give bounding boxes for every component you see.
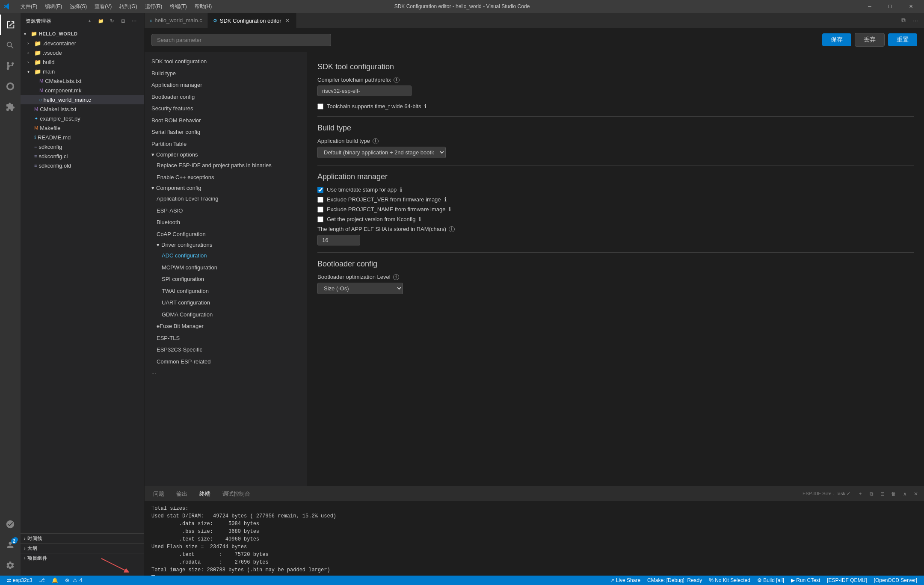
terminal-tab-terminal[interactable]: 终端 xyxy=(194,488,216,499)
status-openocd[interactable]: [OpenOCD Server] xyxy=(871,576,921,585)
sidebar-more-icon[interactable]: ··· xyxy=(130,16,139,26)
menu-edit[interactable]: 编辑(E) xyxy=(41,2,65,11)
menu-terminal[interactable]: 终端(T) xyxy=(166,2,190,11)
tree-item-component-mk[interactable]: › M component.mk xyxy=(21,86,144,95)
config-tree-esp32c3[interactable]: ESP32C3-Specific xyxy=(145,344,307,356)
menu-help[interactable]: 帮助(H) xyxy=(191,2,216,11)
collapse-all-icon[interactable]: ⊟ xyxy=(118,16,128,26)
maximize-button[interactable]: ☐ xyxy=(880,0,900,13)
tree-item-readme[interactable]: › ℹ README.md xyxy=(21,133,144,142)
config-tree-component-config[interactable]: ▾ Component config xyxy=(145,183,307,193)
use-timestamp-checkbox[interactable] xyxy=(317,187,323,193)
config-tree-spi[interactable]: SPI configuration xyxy=(145,273,307,285)
exclude-project-name-checkbox[interactable] xyxy=(317,207,323,213)
use-timestamp-info-icon[interactable]: ℹ xyxy=(400,186,402,193)
status-bell[interactable]: 🔔 xyxy=(48,576,62,585)
toolchain-64bit-info-icon[interactable]: ℹ xyxy=(424,103,426,109)
menu-run[interactable]: 运行(R) xyxy=(142,2,166,11)
activity-extensions-icon[interactable] xyxy=(0,97,21,117)
compiler-toolchain-input[interactable] xyxy=(317,86,412,96)
save-button[interactable]: 保存 xyxy=(822,33,851,46)
config-tree-cpp-exceptions[interactable]: Enable C++ exceptions xyxy=(145,171,307,183)
close-button[interactable]: ✕ xyxy=(901,0,921,13)
toolchain-64bit-checkbox[interactable] xyxy=(317,103,323,109)
activity-explorer-icon[interactable] xyxy=(0,15,21,35)
tree-item-sdkconfig-old[interactable]: › ≡ sdkconfig.old xyxy=(21,161,144,170)
tab-sdk-config[interactable]: ⚙ SDK Configuration editor ✕ xyxy=(208,13,296,28)
tree-item-devcontainer[interactable]: › 📁 .devcontainer xyxy=(21,38,144,48)
config-tree-serial[interactable]: Serial flasher config xyxy=(145,126,307,138)
config-tree-compiler-options[interactable]: ▾ Compiler options xyxy=(145,150,307,160)
menu-view[interactable]: 查看(V) xyxy=(91,2,115,11)
config-tree-efuse[interactable]: eFuse Bit Manager xyxy=(145,320,307,332)
config-tree-adc-config[interactable]: ADC configuration xyxy=(145,250,307,262)
config-tree-esp-tls[interactable]: ESP-TLS xyxy=(145,332,307,344)
reset-button[interactable]: 重置 xyxy=(888,33,917,46)
tree-item-makefile[interactable]: › M Makefile xyxy=(21,123,144,133)
status-qemu[interactable]: [ESP-IDF QEMU] xyxy=(823,576,870,585)
discard-button[interactable]: 丢弃 xyxy=(855,33,885,47)
tree-item-sdkconfig[interactable]: › ≡ sdkconfig xyxy=(21,142,144,151)
status-remote[interactable]: ⇄ esp32c3 xyxy=(3,576,36,585)
app-build-type-select[interactable]: Default (binary application + 2nd stage … xyxy=(317,147,446,158)
exclude-project-name-info-icon[interactable]: ℹ xyxy=(449,206,451,213)
tree-item-sdkconfig-ci[interactable]: › ≡ sdkconfig.ci xyxy=(21,151,144,161)
more-actions-icon[interactable]: ··· xyxy=(910,15,921,26)
config-tree-mcpwm[interactable]: MCPWM configuration xyxy=(145,262,307,274)
config-tree-bluetooth[interactable]: Bluetooth xyxy=(145,216,307,228)
tree-item-main[interactable]: ▾ 📁 main xyxy=(21,67,144,76)
get-version-kconfig-checkbox[interactable] xyxy=(317,216,323,222)
menu-bar[interactable]: 文件(F) 编辑(E) 选择(S) 查看(V) 转到(G) 运行(R) 终端(T… xyxy=(17,2,215,11)
tab-close-sdk-config[interactable]: ✕ xyxy=(284,17,291,24)
menu-file[interactable]: 文件(F) xyxy=(17,2,41,11)
terminal-tab-output[interactable]: 输出 xyxy=(171,488,192,499)
tree-item-cmakelists-main[interactable]: › M CMakeLists.txt xyxy=(21,76,144,86)
activity-accounts-icon[interactable]: 2 xyxy=(0,535,21,555)
status-build[interactable]: ⚙ Build [all] xyxy=(754,576,788,585)
status-git-branch[interactable]: ⎇ xyxy=(36,576,48,585)
timeline-section-header[interactable]: › 时间线 xyxy=(21,534,144,543)
status-cmake[interactable]: CMake: [Debug]: Ready xyxy=(644,576,705,585)
config-tree-gdma[interactable]: GDMA Configuration xyxy=(145,309,307,321)
tree-item-build[interactable]: › 📁 build xyxy=(21,57,144,67)
tree-item-example-test[interactable]: › ✦ example_test.py xyxy=(21,114,144,123)
refresh-icon[interactable]: ↻ xyxy=(107,16,117,26)
elf-sha-info-icon[interactable]: ℹ xyxy=(449,226,455,232)
tree-item-cmakelists-root[interactable]: › M CMakeLists.txt xyxy=(21,104,144,114)
status-no-kit[interactable]: % No Kit Selected xyxy=(705,576,754,585)
activity-search-icon[interactable] xyxy=(0,35,21,56)
bootloader-opt-info-icon[interactable]: ℹ xyxy=(393,274,399,280)
menu-goto[interactable]: 转到(G) xyxy=(116,2,140,11)
split-editor-icon[interactable]: ⧉ xyxy=(898,15,909,26)
new-file-icon[interactable]: + xyxy=(85,16,95,26)
terminal-layout-btn[interactable]: ⊟ xyxy=(878,489,887,499)
terminal-tab-debug-console[interactable]: 调试控制台 xyxy=(217,488,255,499)
config-tree-partition[interactable]: Partition Table xyxy=(145,138,307,150)
exclude-project-ver-checkbox[interactable] xyxy=(317,197,323,203)
config-tree-coap[interactable]: CoAP Configuration xyxy=(145,228,307,240)
compiler-toolchain-info-icon[interactable]: ℹ xyxy=(394,77,400,83)
bootloader-opt-select[interactable]: Size (-Os) Debug (-Og) Performance (-O2) xyxy=(317,283,403,294)
tab-hello-world-main[interactable]: c hello_world_main.c xyxy=(145,13,208,28)
config-tree-esp-asio[interactable]: ESP-ASIO xyxy=(145,205,307,217)
tree-item-hello-world-main[interactable]: › c hello_world_main.c xyxy=(21,95,144,104)
config-tree-uart[interactable]: UART configuration xyxy=(145,297,307,309)
config-tree-app-tracing[interactable]: Application Level Tracing xyxy=(145,193,307,205)
tree-item-vscode[interactable]: › 📁 .vscode xyxy=(21,48,144,57)
get-version-kconfig-info-icon[interactable]: ℹ xyxy=(419,216,421,222)
config-tree-twai[interactable]: TWAI configuration xyxy=(145,285,307,297)
config-tree-build-type[interactable]: Build type xyxy=(145,68,307,80)
terminal-chevron-up-btn[interactable]: ∧ xyxy=(900,489,909,499)
config-tree-boot-rom[interactable]: Boot ROM Behavior xyxy=(145,115,307,127)
config-tree-more[interactable]: ··· xyxy=(145,367,307,379)
exclude-project-ver-info-icon[interactable]: ℹ xyxy=(444,196,447,203)
outline-section-header[interactable]: › 大纲 xyxy=(21,544,144,553)
config-tree-security[interactable]: Security features xyxy=(145,103,307,115)
config-tree-replace-paths[interactable]: Replace ESP-IDF and project paths in bin… xyxy=(145,160,307,171)
config-tree-sdk-tool[interactable]: SDK tool configuration xyxy=(145,56,307,68)
activity-debug-icon[interactable] xyxy=(0,76,21,97)
new-folder-icon[interactable]: 📁 xyxy=(96,16,106,26)
status-live-share[interactable]: ↗ Live Share xyxy=(607,576,644,585)
config-tree-app-manager[interactable]: Application manager xyxy=(145,79,307,91)
app-build-type-info-icon[interactable]: ℹ xyxy=(373,138,379,144)
